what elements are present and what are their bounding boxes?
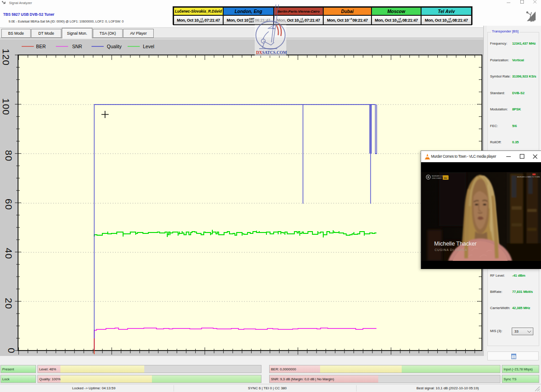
svg-text:DXSATCS.COM: DXSATCS.COM	[256, 50, 287, 55]
svg-text:tlc: tlc	[444, 177, 448, 179]
svg-text:CUGINA DI CARLA: CUGINA DI CARLA	[435, 248, 468, 251]
svg-text:MURDER COMES TO TOWN: MURDER COMES TO TOWN	[517, 176, 540, 178]
svg-text:DISCOVERY: DISCOVERY	[432, 178, 442, 179]
svg-text:Michelle Thacker: Michelle Thacker	[434, 241, 477, 247]
